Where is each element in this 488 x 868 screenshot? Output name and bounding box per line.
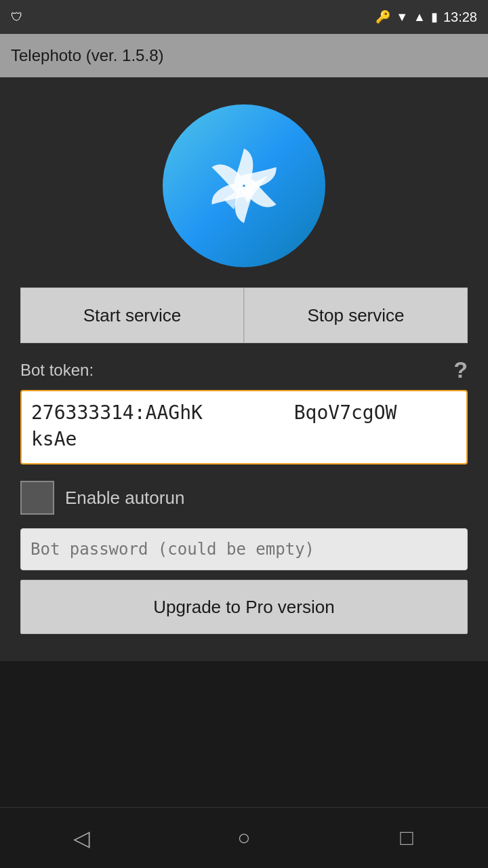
bot-token-label: Bot token: <box>20 361 94 380</box>
bot-token-row: Bot token: ? <box>20 357 468 383</box>
status-left: 🛡 <box>11 10 23 24</box>
logo-container <box>163 104 325 267</box>
autorun-label: Enable autorun <box>65 488 184 509</box>
key-icon: 🔑 <box>375 9 390 24</box>
status-time: 13:28 <box>443 9 477 25</box>
recents-button[interactable]: □ <box>366 811 447 865</box>
shield-icon: 🛡 <box>11 10 23 24</box>
token-input-wrapper[interactable]: 276333314:AAGhK BqoV7cgOW ksAe <box>20 390 468 465</box>
help-icon[interactable]: ? <box>453 357 468 383</box>
autorun-checkbox[interactable] <box>20 481 54 515</box>
home-icon: ○ <box>237 825 250 850</box>
wifi-icon: ▼ <box>396 10 408 24</box>
app-logo <box>163 104 325 267</box>
upgrade-button[interactable]: Upgrade to Pro version <box>20 580 468 634</box>
battery-icon: ▮ <box>431 9 438 24</box>
back-button[interactable]: ◁ <box>41 811 122 865</box>
password-input-wrapper[interactable] <box>20 528 468 570</box>
service-buttons: Start service Stop service <box>20 288 468 343</box>
start-service-button[interactable]: Start service <box>20 288 244 343</box>
bot-token-input[interactable]: 276333314:AAGhK BqoV7cgOW ksAe <box>31 399 457 452</box>
stop-service-button[interactable]: Stop service <box>244 288 468 343</box>
password-input[interactable] <box>30 540 458 559</box>
recents-icon: □ <box>400 825 413 850</box>
main-content: Start service Stop service Bot token: ? … <box>0 77 488 661</box>
logo-svg <box>176 118 312 254</box>
bottom-nav: ◁ ○ □ <box>0 807 488 868</box>
status-bar: 🛡 🔑 ▼ ▲ ▮ 13:28 <box>0 0 488 34</box>
status-right: 🔑 ▼ ▲ ▮ 13:28 <box>375 9 477 25</box>
title-bar: Telephoto (ver. 1.5.8) <box>0 34 488 77</box>
back-icon: ◁ <box>73 825 90 851</box>
home-button[interactable]: ○ <box>203 811 285 865</box>
autorun-row: Enable autorun <box>20 481 468 515</box>
signal-icon: ▲ <box>413 10 426 24</box>
app-title: Telephoto (ver. 1.5.8) <box>11 46 163 65</box>
